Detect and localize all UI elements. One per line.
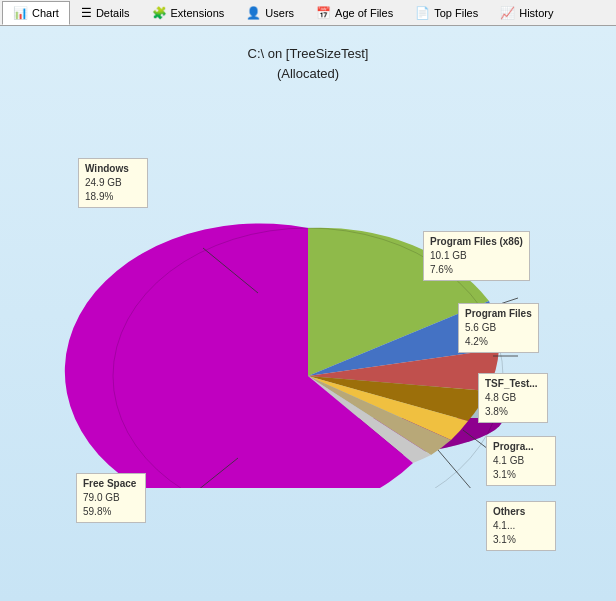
tab-label-users: Users: [265, 7, 294, 19]
label-windows: Windows 24.9 GB 18.9%: [78, 158, 148, 208]
details-icon: ☰: [81, 6, 92, 20]
tab-label-chart: Chart: [32, 7, 59, 19]
chart-title-line1: C:\ on [TreeSizeTest]: [248, 44, 369, 64]
tab-label-details: Details: [96, 7, 130, 19]
tab-top-files[interactable]: 📄Top Files: [404, 1, 489, 25]
age-of-files-icon: 📅: [316, 6, 331, 20]
label-tsf-test: TSF_Test... 4.8 GB 3.8%: [478, 373, 548, 423]
label-prog-files: Program Files 5.6 GB 4.2%: [458, 303, 539, 353]
label-others: Others 4.1... 3.1%: [486, 501, 556, 551]
tab-users[interactable]: 👤Users: [235, 1, 305, 25]
tab-label-history: History: [519, 7, 553, 19]
tab-label-age-of-files: Age of Files: [335, 7, 393, 19]
chart-title: C:\ on [TreeSizeTest] (Allocated): [248, 44, 369, 83]
top-files-icon: 📄: [415, 6, 430, 20]
tab-chart[interactable]: 📊Chart: [2, 1, 70, 25]
tab-details[interactable]: ☰Details: [70, 1, 141, 25]
chart-title-line2: (Allocated): [248, 64, 369, 84]
label-progra: Progra... 4.1 GB 3.1%: [486, 436, 556, 486]
tab-bar: 📊Chart☰Details🧩Extensions👤Users📅Age of F…: [0, 0, 616, 26]
tab-label-extensions: Extensions: [171, 7, 225, 19]
label-free-space: Free Space 79.0 GB 59.8%: [76, 473, 146, 523]
tab-age-of-files[interactable]: 📅Age of Files: [305, 1, 404, 25]
pie-container: Windows 24.9 GB 18.9% Program Files (x86…: [18, 88, 598, 578]
history-icon: 📈: [500, 6, 515, 20]
tab-history[interactable]: 📈History: [489, 1, 564, 25]
chart-icon: 📊: [13, 6, 28, 20]
users-icon: 👤: [246, 6, 261, 20]
label-prog-x86: Program Files (x86) 10.1 GB 7.6%: [423, 231, 530, 281]
tab-extensions[interactable]: 🧩Extensions: [141, 1, 236, 25]
chart-area: C:\ on [TreeSizeTest] (Allocated): [0, 26, 616, 601]
extensions-icon: 🧩: [152, 6, 167, 20]
tab-label-top-files: Top Files: [434, 7, 478, 19]
